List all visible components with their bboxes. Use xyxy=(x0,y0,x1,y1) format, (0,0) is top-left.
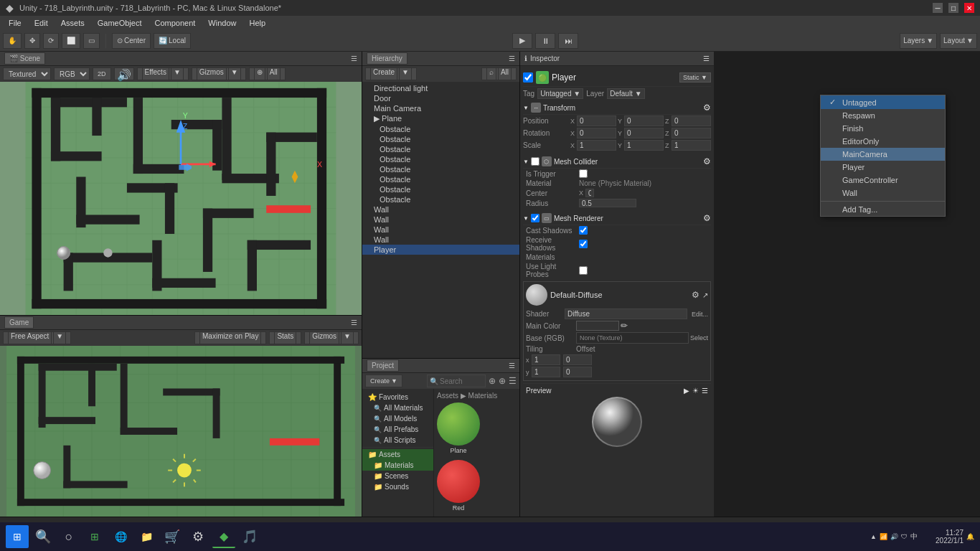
select-button[interactable]: Select xyxy=(690,334,708,342)
dropdown-item-finish[interactable]: Finish xyxy=(821,122,945,135)
rotation-z-input[interactable] xyxy=(672,128,711,138)
offset-y-input[interactable] xyxy=(563,367,592,377)
menu-assets[interactable]: Assets xyxy=(55,18,90,28)
scale-x-input[interactable] xyxy=(577,140,616,151)
favorites-all-materials[interactable]: 🔍 All Materials xyxy=(362,402,433,413)
aspect-dropdown[interactable]: Free Aspect ▼ xyxy=(3,331,71,344)
menu-file[interactable]: File xyxy=(3,18,27,28)
dropdown-item-editoronly[interactable]: EditorOnly xyxy=(821,135,945,148)
hierarchy-item-wall-2[interactable]: Wall xyxy=(362,215,519,225)
pause-button[interactable]: ⏸ xyxy=(535,33,555,49)
effects-button[interactable]: Effects ▼ xyxy=(137,67,189,80)
menu-component[interactable]: Component xyxy=(149,18,201,28)
color-mode-select[interactable]: RGB xyxy=(54,67,90,80)
minimize-button[interactable]: ─ xyxy=(933,3,943,13)
position-z-input[interactable] xyxy=(672,116,711,126)
close-button[interactable]: ✕ xyxy=(964,3,974,13)
dropdown-item-player[interactable]: Player xyxy=(821,161,945,174)
scale-z-input[interactable] xyxy=(672,140,711,151)
receive-shadows-checkbox[interactable] xyxy=(579,240,588,248)
tab-game[interactable]: Game xyxy=(4,316,34,329)
use-light-probes-checkbox[interactable] xyxy=(579,266,588,275)
taskbar-start-button[interactable]: ⊞ xyxy=(6,525,29,548)
taskbar-explorer-button[interactable]: 📁 xyxy=(135,525,158,548)
offset-x-input[interactable] xyxy=(563,354,592,365)
hierarchy-item-obstacle-1[interactable]: Obstacle xyxy=(362,124,519,134)
tiling-x-input[interactable] xyxy=(532,354,560,365)
notification-icon[interactable]: 🔔 xyxy=(966,533,974,540)
favorites-all-scripts[interactable]: 🔍 All Scripts xyxy=(362,435,433,446)
layers-dropdown[interactable]: Layers ▼ xyxy=(900,33,937,49)
game-gizmos-button[interactable]: Gizmos ▼ xyxy=(304,331,359,344)
rect-tool-button[interactable]: ▭ xyxy=(83,33,100,49)
scene-panel-menu-icon[interactable]: ☰ xyxy=(351,55,357,62)
cast-shadows-checkbox[interactable] xyxy=(579,226,588,235)
project-search-input[interactable] xyxy=(440,377,483,385)
rotation-x-input[interactable] xyxy=(577,128,616,138)
scene-view[interactable]: X Y Z xyxy=(0,82,362,315)
transform-section-header[interactable]: ▼ ↔ Transform ⚙ xyxy=(523,100,711,115)
dropdown-item-gamecontroller[interactable]: GameController xyxy=(821,174,945,187)
hierarchy-item-main-camera[interactable]: Main Camera xyxy=(362,103,519,113)
asset-red[interactable]: Red xyxy=(437,460,480,512)
main-color-swatch[interactable] xyxy=(576,321,619,331)
dropdown-item-add-tag[interactable]: Add Tag... xyxy=(821,203,945,216)
hierarchy-item-player[interactable]: Player xyxy=(362,245,519,255)
tab-hierarchy[interactable]: Hierarchy xyxy=(367,52,407,65)
transform-settings-icon[interactable]: ⚙ xyxy=(703,103,711,113)
mesh-collider-enabled-checkbox[interactable] xyxy=(531,157,540,166)
taskbar-store-button[interactable]: ⊞ xyxy=(83,525,106,548)
taskbar-edge-button[interactable]: 🌐 xyxy=(109,525,132,548)
step-button[interactable]: ⏭ xyxy=(558,33,578,49)
tiling-y-input[interactable] xyxy=(532,367,560,377)
hierarchy-all-button[interactable]: ⌕ All xyxy=(481,67,517,80)
game-panel-menu-icon[interactable]: ☰ xyxy=(351,319,357,326)
favorites-all-models[interactable]: 🔍 All Models xyxy=(362,413,433,424)
dropdown-item-maincamera[interactable]: MainCamera xyxy=(821,148,945,161)
mesh-collider-section-header[interactable]: ▼ ⬡ Mesh Collider ⚙ xyxy=(523,154,711,169)
is-trigger-checkbox[interactable] xyxy=(579,169,588,178)
mesh-renderer-settings-icon[interactable]: ⚙ xyxy=(703,213,711,223)
edit-button[interactable]: Edit... xyxy=(692,311,708,318)
hierarchy-item-obstacle-6[interactable]: Obstacle xyxy=(362,174,519,184)
hierarchy-item-obstacle-3[interactable]: Obstacle xyxy=(362,144,519,154)
hierarchy-item-obstacle-7[interactable]: Obstacle xyxy=(362,184,519,194)
preview-play-icon[interactable]: ▶ xyxy=(684,387,689,395)
hierarchy-item-wall-1[interactable]: Wall xyxy=(362,204,519,215)
taskbar-win-store-button[interactable]: 🛒 xyxy=(161,525,184,548)
sounds-folder[interactable]: 📁 Sounds xyxy=(362,481,433,492)
preview-sun-icon[interactable]: ☀ xyxy=(692,387,699,395)
preview-settings-icon[interactable]: ☰ xyxy=(702,387,708,395)
rotation-y-input[interactable] xyxy=(624,128,664,138)
favorites-header[interactable]: ⭐ Favorites xyxy=(362,392,433,402)
tab-scene[interactable]: 🎬 Scene xyxy=(4,52,45,65)
2d-button[interactable]: 2D xyxy=(93,67,111,80)
project-create-button[interactable]: Create ▼ xyxy=(365,375,402,387)
asset-plane[interactable]: Plane xyxy=(437,402,480,454)
move-tool-button[interactable]: ✥ xyxy=(24,33,40,49)
hierarchy-item-obstacle-5[interactable]: Obstacle xyxy=(362,164,519,174)
scale-tool-button[interactable]: ⬜ xyxy=(62,33,80,49)
layout-dropdown[interactable]: Layout ▼ xyxy=(940,33,977,49)
dropdown-item-wall[interactable]: Wall xyxy=(821,187,945,199)
play-button[interactable]: ▶ xyxy=(512,33,532,49)
hierarchy-item-obstacle-8[interactable]: Obstacle xyxy=(362,194,519,204)
hierarchy-item-wall-4[interactable]: Wall xyxy=(362,235,519,245)
scale-y-input[interactable] xyxy=(624,140,664,151)
diffuse-settings-icon[interactable]: ⚙ xyxy=(692,290,699,300)
taskbar-music-button[interactable]: 🎵 xyxy=(238,525,261,548)
menu-help[interactable]: Help xyxy=(243,18,271,28)
taskbar-search-button[interactable]: 🔍 xyxy=(32,525,55,548)
hierarchy-item-door[interactable]: Door xyxy=(362,93,519,103)
view-mode-select[interactable]: Textured xyxy=(3,67,51,80)
player-active-checkbox[interactable] xyxy=(523,72,533,83)
favorites-all-prefabs[interactable]: 🔍 All Prefabs xyxy=(362,424,433,435)
scenes-folder[interactable]: 📁 Scenes xyxy=(362,471,433,481)
mesh-renderer-enabled-checkbox[interactable] xyxy=(531,214,540,222)
hierarchy-create-button[interactable]: Create ▼ xyxy=(365,67,417,80)
hierarchy-item-directional-light[interactable]: Directional light xyxy=(362,83,519,93)
gizmos-button[interactable]: Gizmos ▼ xyxy=(192,67,246,80)
rotate-tool-button[interactable]: ⟳ xyxy=(43,33,59,49)
dropdown-item-untagged[interactable]: ✓ Untagged xyxy=(821,95,945,109)
project-panel-menu-icon[interactable]: ☰ xyxy=(509,362,515,369)
